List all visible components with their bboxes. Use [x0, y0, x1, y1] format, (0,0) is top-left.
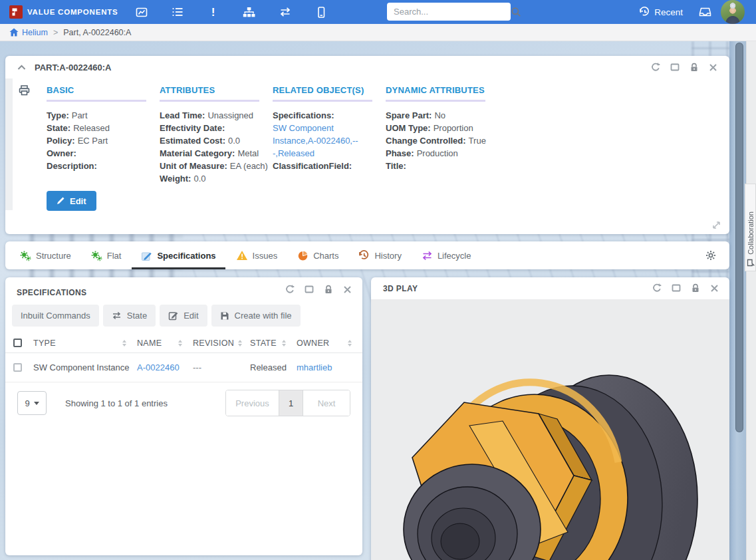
breadcrumb: Helium > Part, A-0022460:A: [0, 24, 756, 41]
tab-history[interactable]: History: [358, 241, 401, 269]
3d-viewport[interactable]: [371, 299, 729, 560]
tab-flat[interactable]: Flat: [91, 241, 122, 269]
mobile-icon[interactable]: [310, 3, 332, 21]
collapse-chevron-icon[interactable]: [17, 65, 26, 70]
refresh-icon[interactable]: [285, 285, 295, 294]
sort-icon[interactable]: [122, 340, 126, 347]
3d-play-title: 3D PLAY: [383, 284, 418, 293]
resize-handle-icon[interactable]: [711, 220, 721, 230]
sitemap-icon[interactable]: [238, 3, 261, 21]
inbuilt-commands-button[interactable]: Inbuilt Commands: [12, 305, 99, 327]
edit-button[interactable]: Edit: [160, 305, 207, 327]
tab-structure[interactable]: Structure: [20, 241, 71, 269]
tab-charts[interactable]: Charts: [297, 241, 338, 269]
column-revision[interactable]: REVISION: [193, 339, 250, 348]
brand-name: VALUE COMPONENTS: [27, 8, 118, 16]
vertical-scrollbar-thumb[interactable]: [735, 43, 743, 432]
recent-button[interactable]: Recent: [639, 7, 683, 17]
recent-label: Recent: [654, 7, 683, 17]
app-logo[interactable]: [9, 5, 23, 19]
user-avatar[interactable]: [721, 0, 745, 24]
tab-specifications[interactable]: Specifications: [141, 241, 215, 269]
swap-arrows-icon[interactable]: [274, 3, 297, 21]
close-icon[interactable]: [709, 63, 717, 72]
sort-icon[interactable]: [238, 340, 242, 347]
collaboration-tab[interactable]: Collaboration: [745, 184, 756, 271]
field-row: ClassificationField:: [273, 160, 386, 172]
specifications-window-controls: [285, 285, 352, 294]
breadcrumb-home-label: Helium: [22, 28, 48, 37]
page-size-select[interactable]: 9: [17, 391, 47, 415]
cell-owner-link[interactable]: mhartlieb: [297, 362, 362, 372]
select-all-checkbox[interactable]: [13, 339, 22, 347]
search-box: [387, 3, 511, 21]
warning-triangle-icon: [236, 250, 248, 261]
part-attribute-columns: BASIC Type:Part State:Released Policy:EC…: [47, 85, 486, 185]
specification-link[interactable]: SW Component Instance,A-0022460,---,Rele…: [273, 122, 374, 160]
print-icon[interactable]: [19, 85, 30, 96]
sort-icon[interactable]: [348, 340, 352, 347]
window-icon[interactable]: [670, 63, 680, 72]
tab-issues[interactable]: Issues: [236, 241, 278, 269]
lock-icon[interactable]: [690, 63, 699, 72]
section-heading: RELATED OBJECT(S): [273, 85, 372, 102]
part-panel-header: PART:A-0022460:A: [5, 56, 729, 78]
history-clock-icon: [358, 250, 370, 261]
3d-play-window-controls: [652, 283, 719, 293]
tab-lifecycle[interactable]: Lifecycle: [422, 241, 471, 269]
column-type[interactable]: TYPE: [33, 339, 137, 348]
close-icon[interactable]: [710, 284, 719, 293]
inbox-icon[interactable]: [693, 3, 716, 21]
next-page-button[interactable]: Next: [303, 390, 350, 416]
lock-icon[interactable]: [324, 285, 333, 294]
current-page-button[interactable]: 1: [279, 390, 303, 416]
field-row: Unit of Measure:EA (each): [160, 160, 273, 172]
alerts-icon[interactable]: !: [202, 3, 225, 21]
pagination-buttons: Previous 1 Next: [225, 390, 350, 416]
edit-part-button[interactable]: Edit: [47, 191, 96, 211]
field-row: Description:: [47, 160, 160, 172]
specifications-title: SPECIFICATIONS: [17, 288, 86, 297]
state-button[interactable]: State: [103, 305, 156, 327]
refresh-icon[interactable]: [651, 63, 660, 72]
window-icon[interactable]: [672, 283, 681, 293]
specifications-toolbar: Inbuilt Commands State Edit Create with …: [5, 302, 362, 333]
sort-icon[interactable]: [178, 340, 182, 347]
tab-settings-gear-icon[interactable]: [705, 250, 716, 261]
analytics-icon[interactable]: [130, 3, 153, 21]
cell-type: SW Component Instance: [33, 362, 137, 372]
column-state[interactable]: STATE: [250, 339, 297, 348]
field-row: UOM Type:Proportion: [386, 122, 486, 134]
column-name[interactable]: NAME: [137, 339, 193, 348]
breadcrumb-home-link[interactable]: Helium: [9, 28, 48, 37]
top-navbar: VALUE COMPONENTS !: [0, 0, 756, 24]
sort-icon[interactable]: [282, 340, 286, 347]
cell-name-link[interactable]: A-0022460: [137, 362, 193, 372]
section-heading: DYNAMIC ATTRIBUTES: [386, 85, 485, 102]
task-list-icon[interactable]: [166, 3, 189, 21]
spec-table-header: TYPE NAME REVISION STATE OWNER: [5, 333, 362, 353]
part-window-controls: [651, 63, 717, 72]
column-owner[interactable]: OWNER: [297, 339, 362, 348]
previous-page-button[interactable]: Previous: [226, 390, 279, 416]
gears-icon: [91, 250, 102, 261]
pencil-icon: [57, 197, 64, 205]
pagination-summary: Showing 1 to 1 of 1 entries: [65, 398, 168, 408]
collaboration-label: Collaboration: [747, 211, 755, 255]
search-icon[interactable]: [511, 7, 521, 17]
field-row: Specifications:: [273, 109, 386, 122]
navbar-right: Recent: [639, 0, 716, 24]
right-side-rail: [746, 41, 756, 560]
field-row: Owner:: [47, 147, 160, 160]
history-icon: [639, 7, 650, 17]
cell-revision: ---: [193, 362, 250, 372]
refresh-icon[interactable]: [652, 283, 662, 293]
window-icon[interactable]: [305, 285, 314, 294]
create-with-file-button[interactable]: Create with file: [211, 305, 301, 327]
field-row: Weight:0.0: [160, 172, 273, 185]
row-checkbox[interactable]: [13, 363, 22, 372]
close-icon[interactable]: [343, 285, 352, 294]
pagination-bar: 9 Showing 1 to 1 of 1 entries Previous 1…: [5, 391, 362, 415]
search-input[interactable]: [394, 7, 511, 17]
lock-icon[interactable]: [691, 283, 700, 293]
